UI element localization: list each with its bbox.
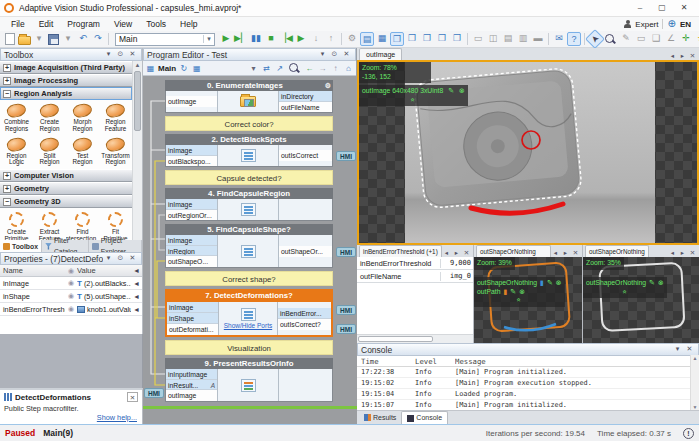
run-single-iteration-button[interactable]: ▶▏	[234, 32, 248, 46]
save-icon[interactable]	[48, 34, 59, 45]
tab-dropdown-icon[interactable]: ▾	[248, 64, 259, 73]
magic-tool-icon[interactable]: ★	[694, 32, 699, 46]
tab-prev-icon[interactable]: ◂	[442, 249, 451, 257]
tab-prev-icon[interactable]: ◂	[668, 52, 677, 60]
column-value[interactable]: Value	[77, 266, 131, 275]
edit-overlay-icon[interactable]: ✎	[448, 87, 454, 94]
combo-dropdown-icon[interactable]: ▾	[203, 35, 214, 43]
scrollbar-thumb[interactable]	[134, 71, 141, 131]
block-detect-black-spots[interactable]: 2. DetectBlackSpots inImage outBlackspo.…	[165, 134, 333, 167]
panel-menu-icon[interactable]: ▾	[672, 344, 683, 355]
port-inimage[interactable]: inImage	[166, 145, 217, 156]
port-indirectory[interactable]: inDirectory	[279, 91, 332, 102]
program-canvas[interactable]: 0. EnumerateImages⚙ outImage inDirectory…	[143, 76, 357, 424]
home-icon[interactable]: ⌂	[343, 64, 354, 73]
image-canvas[interactable]: Zoom: 78% -136, 152 outImage 640x480 3xU…	[359, 62, 697, 243]
io-ports-icon[interactable]: ▦	[191, 64, 202, 73]
tab-next-icon[interactable]: ▸	[561, 249, 570, 257]
toolbox-section-image-acquisition[interactable]: + Image Acquisition (Third Party)	[0, 61, 132, 74]
port-inimage[interactable]: inImage	[167, 302, 218, 313]
port-outshapeornothing[interactable]: outShapeO...	[166, 256, 217, 267]
comment-correct-shape[interactable]: Correct shape?	[165, 271, 333, 286]
port-outregionornothing[interactable]: outRegionOr...	[166, 210, 217, 220]
close-icon[interactable]: ✕	[341, 49, 352, 60]
pen-tool-icon[interactable]: ✎	[619, 32, 633, 46]
help-close-icon[interactable]: ✕	[127, 392, 138, 402]
pointer-tool-icon[interactable]: ➤	[585, 29, 605, 49]
goto-icon[interactable]: ↗	[274, 64, 285, 73]
toolbox-section-geometry-3d[interactable]: − Geometry 3D	[0, 195, 132, 208]
diagnostics-info-icon[interactable]: !	[683, 428, 694, 439]
expand-icon[interactable]: +	[3, 172, 11, 180]
collapse-chevrons-icon[interactable]: »	[409, 98, 418, 101]
tab-close-icon[interactable]: ✕	[688, 52, 697, 60]
remove-overlay-icon[interactable]: ⊗	[459, 87, 465, 94]
sync-view-icon[interactable]: ⇄	[261, 64, 272, 73]
expand-icon[interactable]: +	[3, 77, 11, 85]
step-out-button[interactable]: ↑	[324, 32, 338, 46]
value-row[interactable]: outFileName img_0	[357, 270, 473, 283]
tool-transform-region[interactable]: Transform Region	[99, 135, 132, 169]
annotation-tool-icon[interactable]: ❑	[649, 32, 663, 46]
tab-prev-icon[interactable]: ◂	[551, 249, 560, 257]
port-inregion[interactable]: inRegion	[166, 246, 217, 257]
console-log-row[interactable]: 19:15:04 Info Loaded program.	[357, 389, 699, 400]
step-over-button[interactable]: ▶	[294, 32, 308, 46]
tab-prev-icon[interactable]: ◂	[668, 249, 677, 257]
toolbox-section-image-processing[interactable]: + Image Processing	[0, 74, 132, 87]
tab-next-icon[interactable]: ▸	[678, 52, 687, 60]
find-icon[interactable]	[289, 63, 300, 74]
menu-edit[interactable]: Edit	[32, 17, 61, 31]
tab-filter-catalog[interactable]: Filter Catalog	[42, 240, 89, 252]
collapse-icon[interactable]: −	[3, 90, 11, 98]
iterate-back-button[interactable]: ▕◀	[279, 32, 293, 46]
edit-overlay-icon[interactable]: ✎	[649, 279, 655, 286]
roi-rect-tool-icon[interactable]: ▭	[634, 32, 648, 46]
console-log-row[interactable]: 19:15:02 Info [Main] Program execution s…	[357, 378, 699, 389]
property-row-inbenderrorthreshold[interactable]: inBendErrorThreshold ◉ knob1.outValue ◄	[0, 303, 142, 316]
new-file-icon[interactable]	[5, 33, 15, 45]
port-outiscorrect[interactable]: outIsCorrect	[279, 150, 332, 161]
tool-create-primitive-3d[interactable]: Create Primitive 3D	[0, 209, 33, 240]
stop-button[interactable]: ■	[264, 32, 278, 46]
close-icon[interactable]: ✕	[127, 253, 138, 264]
menu-help[interactable]: Help	[173, 17, 204, 31]
navigate-forward-icon[interactable]: →	[317, 64, 328, 73]
hmi-tag-outshape[interactable]: HMI	[336, 247, 356, 257]
panel-menu-icon[interactable]: ▾	[103, 49, 114, 60]
hmi-tag-inbenderror[interactable]: HMI	[336, 305, 356, 315]
connector-icon[interactable]: ◄	[131, 280, 142, 287]
layout-columns-icon[interactable]: ▥	[516, 32, 530, 46]
comment-visualization[interactable]: Visualization	[165, 340, 333, 355]
property-value[interactable]: (5).outShape...	[84, 292, 131, 301]
tab-next-icon[interactable]: ▸	[678, 249, 687, 257]
close-icon[interactable]: ✕	[127, 49, 138, 60]
tab-outshapeornothing-2[interactable]: outShapeOrNothing	[585, 245, 649, 257]
step-into-button[interactable]: ↓	[309, 32, 323, 46]
toolbox-section-computer-vision[interactable]: + Computer Vision	[0, 169, 132, 182]
visibility-icon[interactable]: ◉	[65, 305, 77, 313]
scroll-up-icon[interactable]: ▲	[133, 61, 142, 70]
tab-outimage[interactable]: outImage	[359, 48, 402, 60]
visibility-icon[interactable]: ◉	[65, 292, 77, 300]
property-value[interactable]: (2).outBlacks...	[84, 279, 131, 288]
port-inimage[interactable]: inImage	[166, 235, 217, 246]
layout-rows-icon[interactable]: ▤	[501, 32, 515, 46]
panel-menu-icon[interactable]: ▾	[103, 253, 114, 264]
tab-main[interactable]: Main	[158, 64, 176, 73]
save-dropdown-icon[interactable]: ▾	[61, 32, 75, 46]
refresh-icon[interactable]: ↻	[178, 64, 189, 73]
hmi-tag-outiscorrect[interactable]: HMI	[336, 151, 356, 161]
scroll-up-icon[interactable]: ▲	[691, 355, 699, 361]
window-layout-4-icon[interactable]: ❐	[450, 32, 464, 46]
tab-inbenderrorthreshold[interactable]: inBendErrorThreshold (+1)	[359, 245, 442, 257]
port-inshape[interactable]: inShape	[167, 313, 218, 324]
menu-view[interactable]: View	[107, 17, 139, 31]
gear-icon[interactable]: ⚙	[325, 80, 331, 91]
visibility-icon[interactable]: ◉	[65, 279, 77, 287]
tab-console[interactable]: Console	[401, 411, 448, 424]
scrollbar-thumb[interactable]	[358, 336, 433, 342]
port-inbenderror[interactable]: inBendError...	[278, 308, 331, 319]
remove-overlay-icon[interactable]: ⊗	[519, 288, 525, 295]
property-value[interactable]: knob1.outValue	[87, 305, 131, 314]
